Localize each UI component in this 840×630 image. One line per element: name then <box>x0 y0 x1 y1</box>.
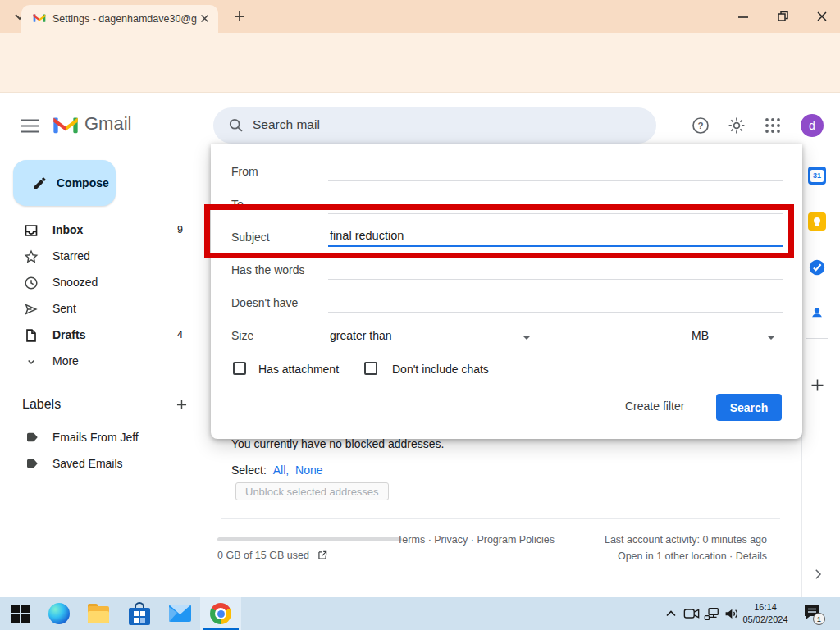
labels-heading: Labels <box>22 397 61 412</box>
doesnt-have-label: Doesn't have <box>231 296 298 309</box>
search-filter-dialog: From To Subject final reduction Has the … <box>211 144 802 439</box>
sidebar-item-starred[interactable]: Starred <box>7 244 203 270</box>
new-tab-button[interactable] <box>232 9 247 24</box>
tab-close-icon[interactable] <box>199 12 211 25</box>
from-input[interactable] <box>328 180 783 181</box>
browser-toolbar: mail.google.com/mail/u/0/#settings/filte… <box>0 33 840 69</box>
subject-input-underline[interactable] <box>328 245 783 247</box>
compose-label: Compose <box>57 176 109 189</box>
gmail-logo-text: Gmail <box>84 113 131 135</box>
chrome-icon <box>210 603 231 624</box>
taskbar-clock[interactable]: 16:14 05/02/2024 <box>738 601 792 626</box>
select-all-link[interactable]: All, <box>273 463 289 477</box>
gmail-logo-icon <box>52 114 79 135</box>
search-placeholder: Search mail <box>253 117 320 132</box>
clock-icon <box>23 275 39 291</box>
start-button-icon[interactable] <box>11 605 30 623</box>
gmail-favicon-icon <box>33 12 46 23</box>
draft-file-icon <box>23 327 39 344</box>
subject-label: Subject <box>231 231 270 244</box>
details-link[interactable]: Details <box>736 550 767 562</box>
sidebar-item-more[interactable]: More <box>7 349 203 375</box>
sidebar-item-snoozed[interactable]: Snoozed <box>7 270 203 296</box>
select-none-link[interactable]: None <box>295 463 322 477</box>
sidebar-label-item[interactable]: Saved Emails <box>7 450 203 477</box>
dont-include-chats-checkbox[interactable] <box>364 362 377 375</box>
collapse-panel-chevron-icon[interactable] <box>810 567 825 582</box>
tab-title: Settings - dagenhamdave30@g <box>52 13 197 25</box>
open-location-text: Open in 1 other location · <box>618 550 733 562</box>
microsoft-store-icon[interactable] <box>129 602 150 625</box>
panel-divider <box>806 338 828 339</box>
action-center-icon[interactable]: 1 <box>802 604 822 622</box>
speaker-icon[interactable] <box>724 606 739 621</box>
size-unit-select[interactable]: MB <box>692 329 709 342</box>
external-link-icon[interactable] <box>317 550 328 561</box>
edge-icon[interactable] <box>48 603 70 624</box>
has-attachment-checkbox[interactable] <box>233 362 246 375</box>
has-words-input[interactable] <box>328 279 783 280</box>
gmail-logo: Gmail <box>52 113 131 135</box>
help-icon[interactable]: ? <box>691 116 710 135</box>
footer-divider <box>221 518 780 519</box>
chrome-taskbar-slot[interactable] <box>200 597 241 630</box>
storage-row: 0 GB of 15 GB used <box>217 550 328 561</box>
size-operator-underline <box>328 345 537 345</box>
mail-app-icon[interactable] <box>169 605 191 622</box>
meet-now-icon[interactable] <box>683 606 700 621</box>
tray-date: 05/02/2024 <box>738 614 792 626</box>
inbox-icon <box>23 222 39 239</box>
sidebar-item-sent[interactable]: Sent <box>7 296 203 322</box>
google-apps-grid-icon[interactable] <box>763 116 783 135</box>
bookmarks-bar: y! (5 unread) - dagenh... Inbox (8) - da… <box>0 69 840 93</box>
select-label: Select: <box>231 463 267 477</box>
file-explorer-icon[interactable] <box>88 604 109 623</box>
network-icon[interactable] <box>704 607 719 621</box>
subject-input-value[interactable]: final reduction <box>330 229 404 242</box>
label-tag-icon <box>25 456 39 471</box>
sidebar-item-inbox[interactable]: Inbox 9 <box>7 217 203 244</box>
compose-button[interactable]: Compose <box>13 160 116 206</box>
tray-chevron-icon[interactable] <box>664 608 678 619</box>
search-button[interactable]: Search <box>716 394 782 421</box>
add-label-icon[interactable] <box>174 397 189 413</box>
from-label: From <box>231 165 258 178</box>
storage-text: 0 GB of 15 GB used <box>217 550 309 561</box>
search-icon[interactable] <box>227 116 244 134</box>
settings-gear-icon[interactable] <box>727 116 746 135</box>
tasks-icon[interactable] <box>808 258 826 276</box>
doesnt-have-input[interactable] <box>328 312 783 313</box>
svg-text:?: ? <box>697 121 703 130</box>
add-panel-app-icon[interactable] <box>809 377 826 394</box>
privacy-link[interactable]: Privacy <box>434 534 468 546</box>
hamburger-menu-icon[interactable] <box>20 119 39 133</box>
keep-icon[interactable] <box>808 212 826 231</box>
terms-link[interactable]: Terms <box>397 534 425 546</box>
create-filter-button[interactable]: Create filter <box>625 399 684 413</box>
size-operator-select[interactable]: greater than <box>330 329 392 342</box>
chevron-down-icon <box>23 354 39 370</box>
size-value-input[interactable] <box>574 345 652 345</box>
gmail-search-bar[interactable]: Search mail <box>213 107 656 144</box>
contacts-icon[interactable] <box>809 304 825 321</box>
window-close-button[interactable] <box>814 8 830 25</box>
sidebar-label-item[interactable]: Emails From Jeff <box>7 424 203 450</box>
unblock-button[interactable]: Unblock selected addresses <box>235 482 389 500</box>
has-attachment-label: Has attachment <box>258 363 339 376</box>
browser-titlebar: Settings - dagenhamdave30@g <box>0 0 840 33</box>
open-location-row: Open in 1 other location · Details <box>525 550 767 562</box>
browser-tab[interactable]: Settings - dagenhamdave30@g <box>21 5 218 33</box>
send-icon <box>23 301 39 317</box>
screen: Settings - dagenhamdave30@g <box>0 0 840 630</box>
has-words-label: Has the words <box>231 263 304 276</box>
size-label: Size <box>231 329 253 342</box>
size-unit-dropdown-arrow-icon[interactable] <box>767 336 775 340</box>
dont-include-chats-label: Don't include chats <box>392 363 489 376</box>
size-operator-dropdown-arrow-icon[interactable] <box>523 336 531 340</box>
sidebar-item-drafts[interactable]: Drafts 4 <box>7 322 203 349</box>
window-restore-button[interactable] <box>774 8 791 25</box>
calendar-icon[interactable]: 31 <box>808 167 826 185</box>
gmail-profile-avatar[interactable]: d <box>801 114 824 137</box>
to-input[interactable] <box>328 213 783 214</box>
window-minimize-button[interactable] <box>735 10 753 23</box>
